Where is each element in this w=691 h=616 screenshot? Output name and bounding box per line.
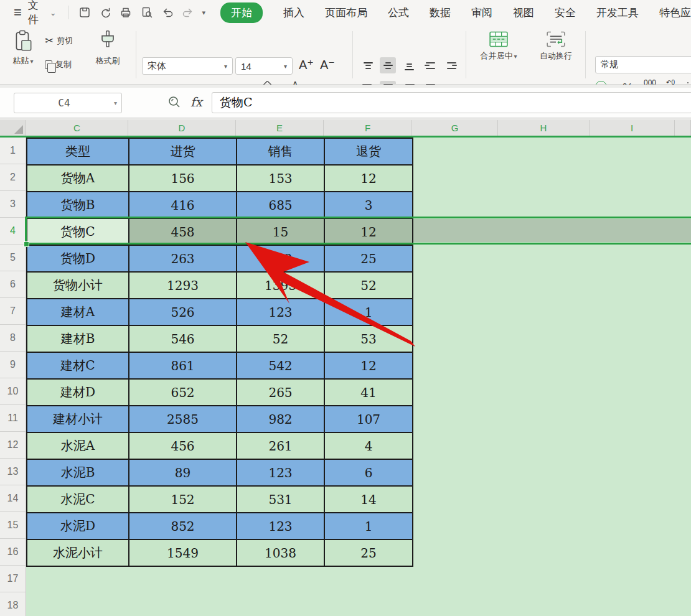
cell-D4[interactable]: 458: [129, 219, 237, 246]
cell-C5[interactable]: 货物D: [27, 246, 129, 273]
cell-D2[interactable]: 156: [129, 166, 237, 192]
hamburger-menu-icon[interactable]: ≡: [14, 4, 22, 21]
cell-E4[interactable]: 15: [237, 219, 325, 246]
cell-F10[interactable]: 41: [325, 380, 413, 406]
tab-security[interactable]: 安全: [555, 6, 576, 20]
col-header-G[interactable]: G: [412, 120, 498, 136]
row-header-13[interactable]: 13: [0, 459, 26, 485]
tab-data[interactable]: 数据: [430, 6, 451, 20]
cell-F9[interactable]: 12: [325, 353, 413, 380]
font-name-select[interactable]: 宋体 ▾: [142, 57, 233, 75]
save-icon[interactable]: [76, 4, 93, 21]
cell-C10[interactable]: 建材D: [27, 380, 129, 406]
row-header-7[interactable]: 7: [0, 298, 26, 325]
row-header-8[interactable]: 8: [0, 325, 26, 352]
cell-C6[interactable]: 货物小计: [27, 273, 129, 299]
cell-D7[interactable]: 526: [129, 299, 237, 326]
increase-indent-button[interactable]: [443, 57, 459, 73]
row-header-14[interactable]: 14: [0, 485, 26, 512]
row-header-12[interactable]: 12: [0, 432, 26, 459]
cell-F15[interactable]: 1: [325, 513, 413, 540]
cell-E5[interactable]: 542: [237, 246, 325, 273]
cell-C9[interactable]: 建材C: [27, 353, 129, 380]
cell-F6[interactable]: 52: [325, 273, 413, 299]
cell-F3[interactable]: 3: [325, 192, 413, 219]
cell-F14[interactable]: 14: [325, 487, 413, 513]
cell-D15[interactable]: 852: [129, 513, 237, 540]
search-icon[interactable]: [167, 95, 182, 112]
cell-F11[interactable]: 107: [325, 406, 413, 433]
row-header-4[interactable]: 4: [0, 218, 26, 245]
align-bottom-button[interactable]: [401, 58, 417, 75]
cell-C1[interactable]: 类型: [27, 139, 129, 166]
tab-review[interactable]: 审阅: [471, 6, 492, 20]
cell-C16[interactable]: 水泥小计: [27, 540, 129, 567]
cell-D14[interactable]: 152: [129, 487, 237, 513]
cell-E6[interactable]: 1395: [237, 273, 325, 299]
tab-page-layout[interactable]: 页面布局: [325, 6, 367, 20]
row-header-10[interactable]: 10: [0, 378, 26, 405]
name-box[interactable]: C4 ▾: [14, 93, 122, 113]
align-middle-button[interactable]: [380, 57, 396, 73]
cell-E1[interactable]: 销售: [237, 139, 325, 166]
font-size-select[interactable]: 14 ▾: [235, 57, 293, 75]
row-header-15[interactable]: 15: [0, 512, 26, 539]
cell-F4[interactable]: 12: [325, 219, 413, 246]
tab-special-apps[interactable]: 特色应: [659, 6, 691, 20]
col-header-I[interactable]: I: [590, 120, 675, 136]
decrease-indent-button[interactable]: [422, 57, 438, 73]
row-header-6[interactable]: 6: [0, 271, 26, 298]
tab-view[interactable]: 视图: [513, 6, 534, 20]
decrease-font-button[interactable]: A⁻: [320, 57, 335, 72]
copy-button[interactable]: 复制: [45, 59, 72, 70]
cell-D9[interactable]: 861: [129, 353, 237, 380]
col-header-D[interactable]: D: [128, 120, 236, 136]
cell-C14[interactable]: 水泥C: [27, 487, 129, 513]
row-header-11[interactable]: 11: [0, 405, 26, 432]
cell-F2[interactable]: 12: [325, 166, 413, 192]
cell-E3[interactable]: 685: [237, 192, 325, 219]
cell-E16[interactable]: 1038: [237, 540, 325, 567]
cell-F7[interactable]: 1: [325, 299, 413, 326]
paste-button[interactable]: 粘贴▾: [9, 30, 37, 67]
cell-C11[interactable]: 建材小计: [27, 406, 129, 433]
cell-D5[interactable]: 263: [129, 246, 237, 273]
number-format-select[interactable]: 常规: [595, 56, 691, 73]
selection-fill-handle[interactable]: [24, 241, 29, 247]
redo-icon[interactable]: [179, 4, 196, 21]
quickbar-caret-icon[interactable]: ▾: [202, 9, 205, 17]
cell-C7[interactable]: 建材A: [27, 299, 129, 326]
print-icon[interactable]: [118, 4, 134, 21]
col-header-C[interactable]: C: [26, 120, 128, 136]
cell-F1[interactable]: 退货: [325, 139, 413, 166]
row-header-18[interactable]: 18: [0, 592, 26, 616]
cell-D13[interactable]: 89: [129, 460, 237, 487]
cell-E10[interactable]: 265: [237, 380, 325, 406]
cell-E8[interactable]: 52: [237, 326, 325, 353]
col-header-H[interactable]: H: [498, 120, 590, 136]
undo-icon[interactable]: [159, 4, 176, 21]
cell-C3[interactable]: 货物B: [27, 192, 129, 219]
cell-D3[interactable]: 416: [129, 192, 237, 219]
row-header-17[interactable]: 17: [0, 566, 26, 592]
tab-formulas[interactable]: 公式: [388, 6, 409, 20]
cell-E11[interactable]: 982: [237, 406, 325, 433]
align-top-button[interactable]: [360, 57, 376, 73]
tab-developer[interactable]: 开发工具: [596, 6, 639, 20]
cell-E2[interactable]: 153: [237, 166, 325, 192]
cell-C8[interactable]: 建材B: [27, 326, 129, 353]
fx-icon[interactable]: fx: [190, 95, 202, 110]
export-icon[interactable]: [97, 4, 114, 21]
cell-E14[interactable]: 531: [237, 487, 325, 513]
cell-D16[interactable]: 1549: [129, 540, 237, 567]
cell-D8[interactable]: 546: [129, 326, 237, 353]
cell-F12[interactable]: 4: [325, 433, 413, 460]
cell-D1[interactable]: 进货: [129, 139, 237, 166]
select-all-corner[interactable]: [0, 120, 26, 136]
cell-F16[interactable]: 25: [325, 540, 413, 567]
print-preview-icon[interactable]: [138, 4, 155, 21]
col-header-E[interactable]: E: [236, 120, 324, 136]
tab-insert[interactable]: 插入: [283, 6, 304, 20]
row-header-5[interactable]: 5: [0, 245, 26, 271]
row-header-9[interactable]: 9: [0, 352, 26, 378]
